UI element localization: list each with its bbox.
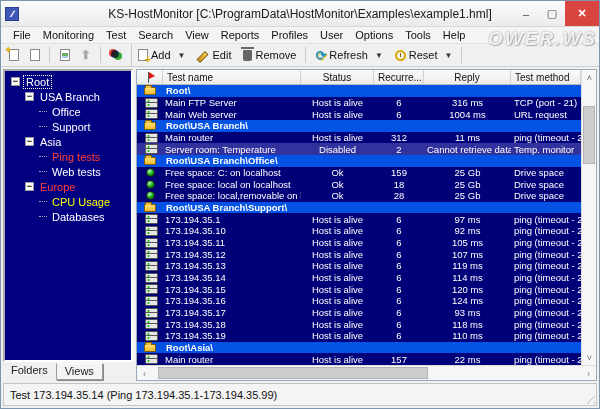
- table-row[interactable]: 173.194.35.1Host is alive697 msping (tim…: [137, 213, 581, 225]
- test-method: ping (timeout - 2000: [511, 213, 581, 225]
- table-row[interactable]: 173.194.35.12Host is alive6107 msping (t…: [137, 248, 581, 260]
- table-row[interactable]: Root\Asia\: [137, 342, 581, 354]
- menu-search[interactable]: Search: [132, 27, 179, 43]
- table-row[interactable]: Main FTP ServerHost is alive6316 msTCP (…: [137, 97, 581, 109]
- expand-toggle-icon[interactable]: −: [11, 77, 20, 86]
- scroll-left-icon[interactable]: ‹: [137, 366, 152, 381]
- table-row[interactable]: Free space: local,removable on loc...Ok2…: [137, 190, 581, 202]
- menu-profiles[interactable]: Profiles: [265, 27, 314, 43]
- tree-item-support[interactable]: Support: [7, 119, 129, 134]
- new-test-button[interactable]: [4, 46, 23, 64]
- tree-item-asia[interactable]: −Asia: [7, 134, 129, 149]
- horizontal-scroll-thumb[interactable]: [158, 367, 428, 379]
- tree-item-root[interactable]: −Root: [7, 74, 129, 89]
- menu-test[interactable]: Test: [100, 27, 132, 43]
- reset-button[interactable]: Reset ▼: [389, 46, 459, 65]
- test-method: Drive space: [511, 178, 581, 190]
- table-row[interactable]: 173.194.35.13Host is alive6119 msping (t…: [137, 260, 581, 272]
- column-header-test-name[interactable]: Test name: [163, 70, 301, 85]
- upload-button[interactable]: ⬆: [76, 46, 95, 64]
- table-row[interactable]: Main routerHost is alive15722 msping (ti…: [137, 353, 581, 365]
- tree-item-usa-branch[interactable]: −USA Branch: [7, 89, 129, 104]
- table-row[interactable]: Free space: C: on localhostOk15925 GbDri…: [137, 167, 581, 179]
- tree-item-europe[interactable]: −Europe: [7, 179, 129, 194]
- test-method: ping (timeout - 2000: [511, 353, 581, 365]
- menu-tools[interactable]: Tools: [399, 27, 437, 43]
- table-row[interactable]: Main Web serverHost is alive61004 msURL …: [137, 108, 581, 120]
- remove-button-label: Remove: [255, 49, 296, 61]
- host-icon: [145, 238, 156, 248]
- vertical-scroll-track[interactable]: [582, 85, 596, 350]
- refresh-dropdown-icon[interactable]: ▼: [375, 51, 383, 60]
- vertical-scrollbar[interactable]: ˄ ˅: [581, 70, 596, 365]
- table-row[interactable]: 173.194.35.18Host is alive6118 msping (t…: [137, 318, 581, 330]
- menu-reports[interactable]: Reports: [215, 27, 266, 43]
- test-name: 173.194.35.19: [163, 330, 301, 342]
- remove-button[interactable]: Remove: [237, 46, 302, 65]
- column-header-test-method[interactable]: Test method: [511, 70, 581, 85]
- tree-item-web-tests[interactable]: Web tests: [7, 164, 129, 179]
- test-method: TCP (port - 21): [511, 97, 581, 109]
- expand-toggle-icon[interactable]: −: [25, 182, 34, 191]
- tree-item-office[interactable]: Office: [7, 104, 129, 119]
- table-row[interactable]: 173.194.35.16Host is alive6124 msping (t…: [137, 295, 581, 307]
- tree-item-cpu-usage[interactable]: CPU Usage: [7, 194, 129, 209]
- table-row[interactable]: 173.194.35.14Host is alive6114 msping (t…: [137, 272, 581, 284]
- tree-item-label: Web tests: [50, 166, 103, 178]
- menu-view[interactable]: View: [179, 27, 215, 43]
- test-recurrences: 6: [374, 97, 424, 109]
- close-button[interactable]: ✕: [565, 1, 599, 26]
- reset-dropdown-icon[interactable]: ▼: [445, 51, 453, 60]
- table-row[interactable]: Free space: local on localhostOk1825 GbD…: [137, 178, 581, 190]
- test-recurrences: 312: [374, 132, 424, 144]
- menu-file[interactable]: File: [7, 27, 37, 43]
- column-header-recurrences[interactable]: Recurre...: [374, 70, 424, 85]
- tab-views[interactable]: Views: [56, 363, 103, 380]
- scroll-right-icon[interactable]: ›: [581, 366, 596, 381]
- table-row[interactable]: 173.194.35.11Host is alive6105 msping (t…: [137, 237, 581, 249]
- test-name: 173.194.35.12: [163, 248, 301, 260]
- table-row[interactable]: 173.194.35.10Host is alive692 msping (ti…: [137, 225, 581, 237]
- vertical-scroll-thumb[interactable]: [583, 106, 595, 164]
- open-file-button[interactable]: [55, 46, 74, 64]
- color-palette-button[interactable]: [106, 46, 125, 64]
- test-reply: 25 Gb: [424, 178, 511, 190]
- table-row[interactable]: Server room: TemperatureDisabled2Cannot …: [137, 143, 581, 155]
- table-row[interactable]: Main routerHost is alive31211 msping (ti…: [137, 132, 581, 144]
- menu-help[interactable]: Help: [437, 27, 472, 43]
- column-header-status[interactable]: Status: [301, 70, 374, 85]
- tree-guide-line: [39, 201, 47, 202]
- expand-toggle-icon[interactable]: −: [25, 92, 34, 101]
- table-row[interactable]: 173.194.35.19Host is alive6110 msping (t…: [137, 330, 581, 342]
- expand-toggle-icon[interactable]: −: [25, 137, 34, 146]
- table-row[interactable]: 173.194.35.17Host is alive693 msping (ti…: [137, 307, 581, 319]
- edit-button[interactable]: Edit: [192, 46, 238, 65]
- table-row[interactable]: Root\: [137, 85, 581, 97]
- refresh-button[interactable]: ⟳ Refresh ▼: [309, 46, 388, 65]
- test-reply: 110 ms: [424, 330, 511, 342]
- scroll-down-icon[interactable]: ˅: [582, 350, 597, 365]
- add-dropdown-icon[interactable]: ▼: [178, 51, 186, 60]
- column-header-reply[interactable]: Reply: [424, 70, 511, 85]
- table-row[interactable]: Root\USA Branch\: [137, 120, 581, 132]
- table-row[interactable]: Root\USA Branch\Support\: [137, 202, 581, 214]
- table-row[interactable]: 173.194.35.15Host is alive6120 msping (t…: [137, 283, 581, 295]
- menu-user[interactable]: User: [314, 27, 349, 43]
- horizontal-scroll-track[interactable]: [152, 366, 581, 380]
- tree-item-ping-tests[interactable]: Ping tests: [7, 149, 129, 164]
- scroll-up-icon[interactable]: ˄: [582, 70, 597, 85]
- minimize-button[interactable]: –: [513, 1, 539, 26]
- new-file-button[interactable]: [25, 46, 44, 64]
- menu-options[interactable]: Options: [349, 27, 399, 43]
- horizontal-scrollbar[interactable]: ‹ ›: [137, 365, 596, 380]
- folder-icon: [144, 122, 156, 130]
- column-header-flag[interactable]: [137, 70, 163, 85]
- test-reply: 114 ms: [424, 272, 511, 284]
- add-button[interactable]: Add ▼: [132, 46, 192, 65]
- resize-grip[interactable]: [583, 392, 595, 404]
- maximize-button[interactable]: ▢: [539, 1, 565, 26]
- tab-folders[interactable]: Folders: [3, 363, 56, 378]
- tree-item-databases[interactable]: Databases: [7, 209, 129, 224]
- table-row[interactable]: Root\USA Branch\Office\: [137, 155, 581, 167]
- menu-monitoring[interactable]: Monitoring: [37, 27, 100, 43]
